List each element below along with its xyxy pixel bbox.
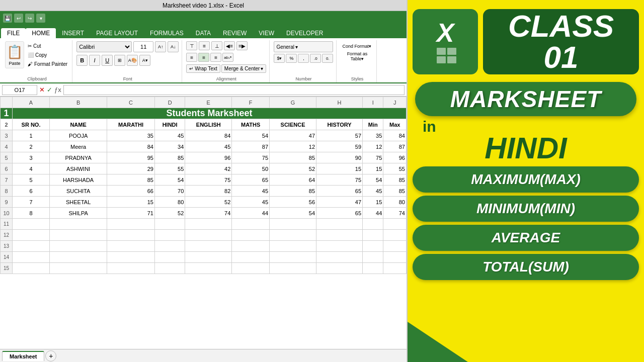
increase-font-button[interactable]: A↑	[155, 41, 166, 52]
cell-max[interactable]: 84	[383, 130, 407, 141]
cancel-formula-icon[interactable]: ✕	[39, 86, 45, 94]
undo-icon[interactable]: ↩	[14, 14, 23, 23]
cell-sr[interactable]: 2	[13, 141, 50, 152]
align-left-button[interactable]: ≡	[186, 53, 197, 62]
tab-page-layout[interactable]: PAGE LAYOUT	[90, 28, 144, 38]
underline-button[interactable]: U	[102, 55, 113, 66]
cell-marathi[interactable]: 66	[107, 186, 155, 197]
cell-history[interactable]: 90	[316, 152, 363, 163]
orientation-button[interactable]: ab↗	[222, 53, 233, 62]
cell-english[interactable]: 45	[185, 141, 232, 152]
cell-science[interactable]: 56	[270, 197, 316, 208]
cell-hindi[interactable]: 85	[154, 152, 185, 163]
decrease-font-button[interactable]: A↓	[168, 41, 179, 52]
cell-history[interactable]: 65	[316, 186, 363, 197]
cell-sr[interactable]: 1	[13, 130, 50, 141]
tab-home[interactable]: HOME	[26, 28, 56, 38]
cell-science[interactable]: 85	[270, 186, 316, 197]
cell-max[interactable]: 55	[383, 163, 407, 174]
align-top-button[interactable]: ⊤	[186, 41, 197, 50]
tab-review[interactable]: REVIEW	[217, 28, 253, 38]
cell-max[interactable]: 85	[383, 174, 407, 186]
cell-max[interactable]: 96	[383, 152, 407, 163]
tab-developer[interactable]: DEVELOPER	[280, 28, 329, 38]
cell-min[interactable]: 44	[363, 208, 383, 219]
col-header-c[interactable]: C	[107, 97, 155, 108]
copy-button[interactable]: ⬜ Copy	[26, 52, 69, 58]
percent-button[interactable]: %	[286, 54, 297, 63]
col-header-d[interactable]: D	[154, 97, 185, 108]
confirm-formula-icon[interactable]: ✓	[47, 86, 52, 94]
tab-formulas[interactable]: FORMULAS	[144, 28, 190, 38]
cell-science[interactable]: 64	[270, 174, 316, 186]
tab-view[interactable]: VIEW	[253, 28, 280, 38]
cell-maths[interactable]: 44	[232, 208, 270, 219]
paste-button[interactable]: 📋 Paste	[5, 41, 24, 68]
cell-history[interactable]: 57	[316, 130, 363, 141]
cell-min[interactable]: 12	[363, 141, 383, 152]
cell-history[interactable]: 75	[316, 174, 363, 186]
font-color-button[interactable]: A▾	[139, 55, 150, 66]
bold-button[interactable]: B	[76, 55, 88, 66]
cell-sr[interactable]: 8	[13, 208, 50, 219]
format-as-table-button[interactable]: Format as Table▾	[341, 51, 373, 62]
align-bottom-button[interactable]: ⊥	[211, 41, 222, 50]
col-header-b[interactable]: B	[50, 97, 107, 108]
cell-name[interactable]: HARSHADA	[50, 174, 107, 186]
increase-decimal-button[interactable]: .0	[310, 54, 321, 63]
cell-hindi[interactable]: 55	[154, 163, 185, 174]
cell-sr[interactable]: 3	[13, 152, 50, 163]
indent-decrease-button[interactable]: ◀≡	[224, 41, 235, 50]
italic-button[interactable]: I	[89, 55, 100, 66]
cell-max[interactable]: 74	[383, 208, 407, 219]
cell-maths[interactable]: 45	[232, 186, 270, 197]
tab-data[interactable]: DATA	[190, 28, 217, 38]
cell-name[interactable]: POOJA	[50, 130, 107, 141]
cell-maths[interactable]: 65	[232, 174, 270, 186]
cell-min[interactable]: 15	[363, 197, 383, 208]
font-size-input[interactable]	[133, 41, 153, 52]
cell-max[interactable]: 80	[383, 197, 407, 208]
save-icon[interactable]: 💾	[3, 14, 12, 23]
sheet-tab-marksheet[interactable]: Marksheet	[2, 351, 44, 361]
cell-history[interactable]: 59	[316, 141, 363, 152]
cell-sr[interactable]: 5	[13, 174, 50, 186]
cell-name[interactable]: PRADNYA	[50, 152, 107, 163]
cell-english[interactable]: 42	[185, 163, 232, 174]
cell-science[interactable]: 54	[270, 208, 316, 219]
cell-marathi[interactable]: 95	[107, 152, 155, 163]
cell-english[interactable]: 52	[185, 197, 232, 208]
fill-color-button[interactable]: A🎨	[127, 55, 138, 66]
cell-english[interactable]: 75	[185, 174, 232, 186]
cell-science[interactable]: 52	[270, 163, 316, 174]
cell-marathi[interactable]: 29	[107, 163, 155, 174]
col-header-j[interactable]: J	[383, 97, 407, 108]
cell-history[interactable]: 47	[316, 197, 363, 208]
cell-sr[interactable]: 6	[13, 186, 50, 197]
cell-marathi[interactable]: 84	[107, 141, 155, 152]
col-header-e[interactable]: E	[185, 97, 232, 108]
merge-center-button[interactable]: Merge & Center▾	[221, 64, 267, 73]
col-header-a[interactable]: A	[13, 97, 50, 108]
comma-button[interactable]: ,	[298, 54, 309, 63]
wrap-text-button[interactable]: ↵Wrap Text	[186, 64, 220, 73]
cell-hindi[interactable]: 52	[154, 208, 185, 219]
cell-name[interactable]: ASHWINI	[50, 163, 107, 174]
cell-maths[interactable]: 54	[232, 130, 270, 141]
cell-min[interactable]: 35	[363, 130, 383, 141]
customize-icon[interactable]: ▾	[36, 14, 45, 23]
cell-hindi[interactable]: 54	[154, 174, 185, 186]
cell-science[interactable]: 85	[270, 152, 316, 163]
formula-input[interactable]	[63, 85, 405, 95]
cell-maths[interactable]: 50	[232, 163, 270, 174]
cell-english[interactable]: 82	[185, 186, 232, 197]
cell-history[interactable]: 65	[316, 208, 363, 219]
tab-file[interactable]: FILE	[1, 28, 26, 38]
insert-function-icon[interactable]: ƒx	[54, 86, 61, 94]
col-header-g[interactable]: G	[270, 97, 316, 108]
cell-history[interactable]: 15	[316, 163, 363, 174]
indent-increase-button[interactable]: ≡▶	[236, 41, 248, 50]
redo-icon[interactable]: ↪	[25, 14, 34, 23]
font-family-select[interactable]: Calibri	[76, 41, 132, 52]
cell-english[interactable]: 84	[185, 130, 232, 141]
